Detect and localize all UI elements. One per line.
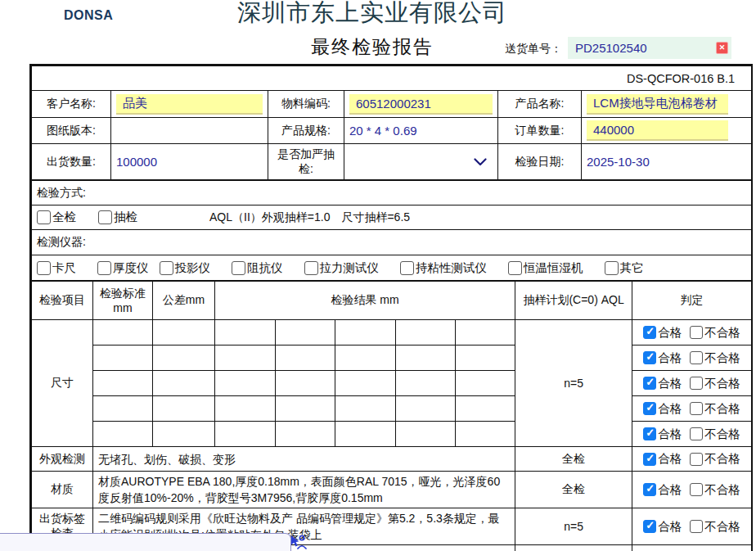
standard-cell[interactable]	[93, 371, 153, 396]
pass-checkbox[interactable]	[643, 520, 656, 533]
ship-qty-label: 出货数量:	[32, 144, 111, 180]
inspection-table: 检验项目 检验标准mm 公差mm 检验结果 mm 抽样计划(C=0) AQL 判…	[31, 281, 752, 551]
fail-checkbox[interactable]	[690, 402, 703, 415]
result-cell[interactable]	[276, 396, 335, 422]
result-cell[interactable]	[335, 371, 396, 396]
result-cell[interactable]	[215, 346, 276, 371]
delivery-no-value: PD25102540	[575, 41, 647, 55]
result-cell[interactable]	[396, 396, 456, 422]
thickness-gauge-checkbox[interactable]	[97, 261, 111, 275]
delivery-no-input[interactable]: PD25102540 ✕	[568, 37, 731, 59]
fail-checkbox[interactable]	[690, 326, 703, 339]
pass-label: 合格	[658, 376, 682, 391]
pass-label: 合格	[658, 325, 682, 341]
result-cell[interactable]	[215, 422, 276, 447]
strict-sampling-dropdown[interactable]	[344, 144, 498, 180]
order-qty-input[interactable]: 440000	[587, 120, 728, 141]
col-header-plan: 抽样计划(C=0) AQL	[515, 282, 632, 320]
inspect-date-value: 2025-10-30	[587, 155, 650, 169]
full-check-checkbox[interactable]	[37, 210, 51, 224]
tolerance-cell[interactable]	[153, 346, 215, 371]
pass-checkbox[interactable]	[643, 453, 656, 466]
result-cell[interactable]	[276, 371, 335, 396]
material-code-label: 物料编码:	[268, 91, 344, 118]
tolerance-cell[interactable]	[153, 396, 215, 422]
other-checkbox[interactable]	[605, 261, 619, 275]
standard-cell[interactable]	[93, 346, 153, 371]
result-cell[interactable]	[335, 422, 396, 447]
result-cell[interactable]	[335, 320, 396, 346]
tolerance-cell[interactable]	[153, 320, 215, 346]
material-code-input[interactable]: 60512000231	[349, 94, 493, 115]
judge-cell: 合格不合格	[632, 447, 752, 472]
result-cell[interactable]	[215, 371, 276, 396]
pass-label: 合格	[658, 482, 682, 498]
row-size-plan: n=5	[515, 320, 632, 447]
fail-label: 不合格	[704, 427, 740, 442]
tolerance-cell[interactable]	[153, 422, 215, 447]
judge-cell: 合格不合格	[632, 545, 752, 551]
impedance-checkbox[interactable]	[232, 261, 245, 275]
adhesion-tester-checkbox[interactable]	[400, 261, 414, 275]
humidity-chamber-checkbox[interactable]	[508, 261, 522, 275]
pass-checkbox[interactable]	[643, 427, 656, 440]
result-cell[interactable]	[456, 346, 515, 371]
result-cell[interactable]	[456, 371, 515, 396]
customer-cell: 品美	[111, 91, 268, 118]
pass-checkbox[interactable]	[643, 326, 656, 339]
pass-checkbox[interactable]	[643, 351, 656, 364]
fail-label: 不合格	[704, 350, 740, 366]
result-cell[interactable]	[215, 320, 276, 346]
result-cell[interactable]	[215, 396, 276, 422]
judge-cell: 合格不合格	[632, 371, 752, 396]
customer-input[interactable]: 品美	[116, 94, 263, 115]
adhesion-tester-label: 持粘性测试仪	[416, 260, 487, 276]
fail-checkbox[interactable]	[690, 483, 703, 496]
judge-cell: 合格不合格	[632, 508, 752, 545]
result-cell[interactable]	[456, 396, 515, 422]
result-cell[interactable]	[396, 320, 456, 346]
fail-checkbox[interactable]	[690, 520, 703, 533]
ship-qty-cell[interactable]: 100000	[111, 144, 268, 180]
strict-sampling-label: 是否加严抽检:	[268, 144, 344, 180]
projector-checkbox[interactable]	[160, 261, 173, 275]
pass-checkbox[interactable]	[643, 402, 656, 415]
standard-cell[interactable]	[93, 422, 153, 447]
caliper-checkbox[interactable]	[37, 261, 51, 275]
inspect-date-label: 检验日期:	[498, 144, 582, 180]
row-rohs-plan: 全检	[515, 545, 632, 551]
result-cell[interactable]	[335, 346, 396, 371]
standard-cell[interactable]	[93, 396, 153, 422]
result-cell[interactable]	[335, 396, 396, 422]
pass-checkbox[interactable]	[643, 483, 656, 496]
row-material-desc: 材质AUROTYPE EBA 180,厚度0.18mm，表面颜色RAL 7015…	[93, 472, 515, 508]
result-cell[interactable]	[456, 422, 515, 447]
tension-tester-checkbox[interactable]	[304, 261, 318, 275]
fail-checkbox[interactable]	[690, 351, 703, 364]
spec-cell[interactable]: 20 * 4 * 0.69	[344, 118, 498, 144]
result-cell[interactable]	[396, 346, 456, 371]
tension-tester-label: 拉力测试仪	[320, 260, 380, 276]
tolerance-cell[interactable]	[153, 371, 215, 396]
product-name-input[interactable]: LCM接地导电泡棉卷材	[587, 94, 728, 115]
pass-checkbox[interactable]	[643, 377, 656, 390]
standard-cell[interactable]	[93, 320, 153, 346]
close-icon[interactable]: ✕	[716, 42, 728, 54]
inspect-date-cell[interactable]: 2025-10-30	[582, 144, 752, 180]
fail-checkbox[interactable]	[690, 453, 703, 466]
fail-label: 不合格	[704, 325, 740, 341]
fail-checkbox[interactable]	[690, 427, 703, 440]
company-name: 深圳市东上实业有限公司	[180, 0, 565, 29]
result-cell[interactable]	[276, 320, 335, 346]
sampling-checkbox[interactable]	[98, 210, 112, 224]
result-cell[interactable]	[396, 422, 456, 447]
fail-checkbox[interactable]	[690, 377, 703, 390]
info-table: DS-QCFOR-016 B.1 客户名称: 品美 物料编码: 60512000…	[31, 65, 752, 180]
drawing-version-cell[interactable]	[111, 118, 268, 144]
result-cell[interactable]	[276, 346, 335, 371]
result-cell[interactable]	[456, 320, 515, 346]
cursor-person-icon	[288, 533, 308, 551]
result-cell[interactable]	[276, 422, 335, 447]
spec-label: 产品规格:	[268, 118, 344, 144]
result-cell[interactable]	[396, 371, 456, 396]
